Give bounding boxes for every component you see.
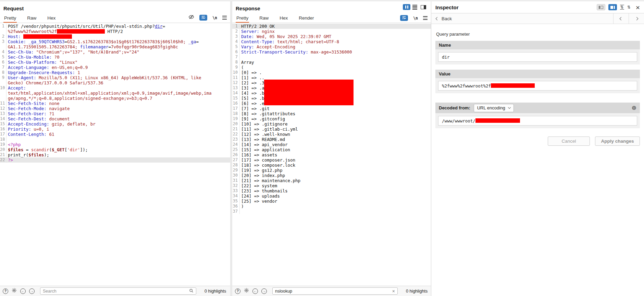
expand-all-icon[interactable]: ⇅ <box>620 5 624 10</box>
help-icon[interactable]: ? <box>235 288 240 294</box>
code-line: 4Sec-Ch-Ua: "Chromium";v="137", "Not/A)B… <box>0 49 230 55</box>
close-icon[interactable]: × <box>636 4 640 11</box>
request-highlights-count: 0 highlights <box>205 289 226 294</box>
dock-right-icon[interactable] <box>608 4 617 10</box>
value-text: %2fwww%2fwwwroot%2f <box>442 83 491 88</box>
request-tabs: Pretty Raw Hex \n <box>0 14 230 23</box>
decoded-field[interactable]: /www/wwwroot/ <box>438 116 637 126</box>
wrap-lines-icon <box>402 15 406 21</box>
cancel-button[interactable]: Cancel <box>548 137 590 146</box>
lines-layout-icon[interactable] <box>412 4 419 10</box>
prev-chevron-icon <box>619 17 623 20</box>
code-line: 22[12] => .well-known <box>232 132 431 137</box>
line-number: 4 <box>0 49 7 55</box>
request-tab-hex[interactable]: Hex <box>47 14 56 23</box>
next-match-icon[interactable]: → <box>29 288 35 294</box>
dock-bottom-icon[interactable] <box>597 4 605 10</box>
line-number: 28 <box>232 163 240 168</box>
line-number: 12 <box>0 106 7 111</box>
menu-icon[interactable] <box>423 16 428 20</box>
response-search-input[interactable] <box>275 289 390 294</box>
add-icon[interactable]: ⊕ <box>632 105 636 111</box>
decoded-text: /www/wwwroot/ <box>442 118 475 123</box>
code-line: 28[18] => composer.lock <box>232 163 431 168</box>
back-button[interactable]: Back <box>431 16 613 21</box>
line-number <box>0 80 7 85</box>
line-number: 11 <box>0 101 7 106</box>
code-line: 37 <box>232 209 431 214</box>
line-number: 29 <box>232 168 240 173</box>
line-number: 9 <box>232 65 240 70</box>
code-line: 5Sec-Ch-Ua-Mobile: ?0 <box>0 55 230 60</box>
response-tab-pretty[interactable]: Pretty <box>236 14 249 23</box>
code-line: 10[0] => . <box>232 70 431 75</box>
line-number: 17 <box>0 132 7 137</box>
gear-icon[interactable] <box>12 288 17 294</box>
response-editor[interactable]: 1HTTP/2 200 OK2Server: nginx3Date: Wed, … <box>232 23 431 286</box>
line-number: 20 <box>0 147 7 152</box>
name-field[interactable]: dir <box>438 52 637 62</box>
encoding-select[interactable]: URL encoding <box>474 104 514 112</box>
line-number: 9 <box>0 75 7 80</box>
request-editor[interactable]: 1POST /vendor/phpunit/phpunit/src/Util/P… <box>0 23 230 286</box>
wrap-lines-button[interactable] <box>400 15 408 21</box>
pause-icon[interactable] <box>403 4 410 10</box>
code-line: 36) <box>232 204 431 209</box>
redaction-box <box>264 80 354 105</box>
line-number: 14 <box>232 91 240 96</box>
code-line: 7Accept-Language: en-US,en;q=0.9 <box>0 65 230 70</box>
line-number: 7 <box>232 55 240 60</box>
line-number: 16 <box>0 127 7 132</box>
line-number: 18 <box>232 111 240 116</box>
next-match-icon[interactable]: → <box>261 288 267 294</box>
line-number: 37 <box>232 209 240 214</box>
code-line: 26[16] => assets <box>232 152 431 157</box>
value-header: Value <box>435 70 640 78</box>
newline-toggle-icon[interactable]: \n <box>413 16 418 21</box>
code-line: 3Cookie: _ga_59QTCWHRS3=GS2.1.s176226378… <box>0 39 230 44</box>
gear-icon[interactable] <box>244 288 249 294</box>
line-number: 5 <box>0 55 7 60</box>
line-number: 19 <box>232 116 240 121</box>
request-search-input[interactable] <box>43 289 189 294</box>
prev-match-icon[interactable]: ← <box>20 288 26 294</box>
code-line: 2Server: nginx <box>232 29 431 34</box>
code-line: 24[14] => api_vendor <box>232 142 431 147</box>
eye-off-icon[interactable] <box>188 14 194 21</box>
inspector-title: Inspector <box>435 4 459 10</box>
apply-changes-button[interactable]: Apply changes <box>595 137 640 146</box>
line-number: 23 <box>232 137 240 142</box>
line-number: 18 <box>0 137 7 142</box>
collapse-all-icon[interactable]: ⇅ <box>627 5 631 9</box>
wrap-lines-button[interactable] <box>199 15 207 21</box>
line-number: 12 <box>232 80 240 85</box>
split-layout-icon[interactable] <box>421 5 426 9</box>
line-number <box>0 91 7 96</box>
next-item-button[interactable] <box>629 13 644 24</box>
request-title: Request <box>3 5 227 11</box>
line-number: 1 <box>232 24 240 29</box>
line-number: 4 <box>232 39 240 44</box>
response-tab-render[interactable]: Render <box>298 14 314 23</box>
value-field[interactable]: %2fwww%2fwwwroot%2f <box>438 81 637 91</box>
code-line: 18 <box>0 137 230 142</box>
code-line: 7 <box>232 55 431 60</box>
help-icon[interactable]: ? <box>3 288 8 294</box>
code-line: 1HTTP/2 200 OK <box>232 24 431 29</box>
code-line: text/html,application/xhtml+xml,applicat… <box>0 91 230 96</box>
response-tab-raw[interactable]: Raw <box>259 14 269 23</box>
response-tab-hex[interactable]: Hex <box>279 14 288 23</box>
redaction-box <box>491 83 535 88</box>
code-line: 1POST /vendor/phpunit/phpunit/src/Util/P… <box>0 24 230 29</box>
prev-item-button[interactable] <box>613 13 629 24</box>
decoded-from-label: Decoded from: <box>439 105 470 110</box>
request-tab-raw[interactable]: Raw <box>26 14 37 23</box>
menu-icon[interactable] <box>222 16 227 19</box>
clear-icon[interactable]: × <box>390 289 395 294</box>
prev-match-icon[interactable]: ← <box>252 288 258 294</box>
newline-toggle-icon[interactable]: \n <box>212 15 217 20</box>
code-line: 17Content-Length: 61 <box>0 132 230 137</box>
line-number: 2 <box>232 29 240 34</box>
line-number: 35 <box>232 199 240 204</box>
request-tab-pretty[interactable]: Pretty <box>3 14 17 23</box>
